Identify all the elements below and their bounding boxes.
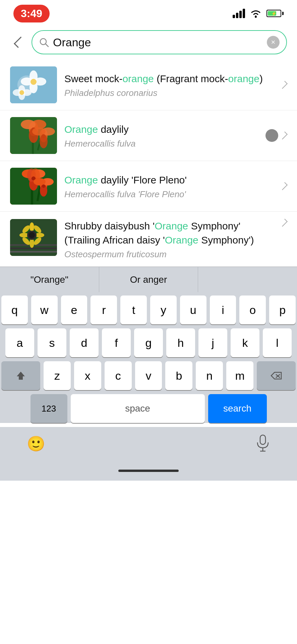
bottom-bar: 🙂 (0, 427, 297, 461)
key-n[interactable]: n (196, 361, 223, 390)
search-box[interactable]: Orange × (32, 30, 287, 54)
svg-line-2 (46, 44, 48, 47)
svg-point-57 (29, 232, 35, 238)
result-trailing (282, 182, 287, 190)
wifi-icon (250, 9, 262, 18)
autocomplete-item[interactable]: "Orange" (0, 267, 99, 292)
keyboard: q w e r t y u i o p a s d f g h j k l z … (0, 292, 297, 423)
key-123[interactable]: 123 (31, 394, 67, 423)
home-indicator (0, 461, 297, 481)
search-icon (39, 37, 49, 47)
key-shift[interactable] (1, 361, 40, 390)
svg-point-14 (19, 90, 24, 95)
result-name: Orange daylily (64, 122, 258, 137)
result-name: Sweet mock-orange (Fragrant mock-orange) (64, 72, 274, 86)
svg-point-41 (34, 178, 46, 185)
svg-rect-62 (260, 435, 265, 444)
key-i[interactable]: i (210, 296, 236, 324)
key-q[interactable]: q (1, 296, 28, 324)
key-t[interactable]: t (120, 296, 147, 324)
key-m[interactable]: m (226, 361, 253, 390)
key-r[interactable]: r (91, 296, 117, 324)
keyboard-row-4: 123 space search (1, 394, 296, 423)
result-trailing (282, 81, 287, 89)
key-u[interactable]: u (180, 296, 206, 324)
key-f[interactable]: f (102, 328, 131, 357)
result-trailing (282, 219, 287, 226)
key-y[interactable]: y (150, 296, 177, 324)
battery-icon: ⚡ (266, 10, 284, 17)
result-content: Orange daylily Hemerocallis fulva (64, 122, 258, 149)
svg-point-9 (31, 79, 37, 85)
key-x[interactable]: x (74, 361, 101, 390)
chevron-right-icon (280, 81, 288, 89)
result-name: Orange daylily 'Flore Pleno' (64, 173, 274, 187)
result-scientific: Osteospermum fruticosum (64, 249, 274, 260)
key-e[interactable]: e (61, 296, 87, 324)
key-h[interactable]: h (166, 328, 195, 357)
key-s[interactable]: s (38, 328, 66, 357)
result-content: Orange daylily 'Flore Pleno' Hemerocalli… (64, 173, 274, 200)
results-list: Sweet mock-orange (Fragrant mock-orange)… (0, 60, 297, 267)
result-content: Sweet mock-orange (Fragrant mock-orange)… (64, 72, 274, 98)
key-b[interactable]: b (165, 361, 192, 390)
clear-button[interactable]: × (267, 36, 280, 49)
result-thumbnail (10, 219, 57, 256)
back-button[interactable] (10, 34, 26, 50)
svg-point-58 (30, 223, 34, 231)
key-v[interactable]: v (135, 361, 162, 390)
key-o[interactable]: o (239, 296, 266, 324)
autocomplete-bar: "Orange" Or anger (0, 267, 297, 292)
result-item[interactable]: Sweet mock-orange (Fragrant mock-orange)… (0, 60, 297, 110)
svg-point-0 (255, 16, 257, 18)
result-scientific: Hemerocallis fulva 'Flore Pleno' (64, 189, 274, 200)
key-z[interactable]: z (44, 361, 71, 390)
signal-icon (233, 9, 245, 18)
key-p[interactable]: p (269, 296, 296, 324)
key-d[interactable]: d (70, 328, 99, 357)
key-backspace[interactable] (257, 361, 296, 390)
key-space[interactable]: space (71, 394, 205, 423)
keyboard-row-1: q w e r t y u i o p (1, 296, 296, 324)
svg-rect-45 (10, 248, 57, 249)
microphone-icon[interactable] (255, 434, 270, 453)
svg-point-42 (42, 184, 45, 188)
search-header: Orange × (0, 27, 297, 60)
key-a[interactable]: a (5, 328, 34, 357)
key-search[interactable]: search (208, 394, 267, 423)
emoji-key[interactable]: 🙂 (27, 435, 45, 452)
search-input[interactable]: Orange (53, 36, 263, 49)
result-scientific: Philadelphus coronarius (64, 88, 274, 98)
result-item[interactable]: Orange daylily Hemerocallis fulva (0, 110, 297, 161)
svg-marker-59 (17, 372, 25, 380)
result-scientific: Hemerocallis fulva (64, 139, 258, 149)
home-bar (118, 470, 179, 472)
result-name: Shrubby daisybush 'Orange Symphony' (Tra… (64, 219, 274, 247)
autocomplete-item[interactable] (198, 267, 297, 292)
result-thumbnail (10, 168, 57, 205)
svg-point-27 (42, 134, 46, 138)
svg-point-52 (29, 238, 34, 248)
svg-rect-46 (10, 251, 57, 253)
chevron-right-icon (280, 182, 288, 190)
result-item[interactable]: Orange daylily 'Flore Pleno' Hemerocalli… (0, 161, 297, 212)
keyboard-row-3: z x c v b n m (1, 361, 296, 390)
key-l[interactable]: l (263, 328, 292, 357)
result-item[interactable]: Shrubby daisybush 'Orange Symphony' (Tra… (0, 212, 297, 267)
chevron-right-icon (280, 219, 288, 227)
key-w[interactable]: w (31, 296, 58, 324)
key-c[interactable]: c (105, 361, 132, 390)
gray-dot (265, 129, 278, 142)
keyboard-row-2: a s d f g h j k l (1, 328, 296, 357)
autocomplete-item[interactable]: Or anger (99, 267, 198, 292)
result-thumbnail (10, 117, 57, 154)
status-bar: 3:49 ⚡ (0, 0, 297, 27)
status-time: 3:49 (13, 5, 50, 22)
key-g[interactable]: g (134, 328, 163, 357)
chevron-right-icon (280, 131, 288, 140)
result-thumbnail (10, 66, 57, 103)
key-k[interactable]: k (231, 328, 259, 357)
key-j[interactable]: j (198, 328, 227, 357)
result-content: Shrubby daisybush 'Orange Symphony' (Tra… (64, 219, 274, 260)
status-icons: ⚡ (233, 9, 284, 18)
